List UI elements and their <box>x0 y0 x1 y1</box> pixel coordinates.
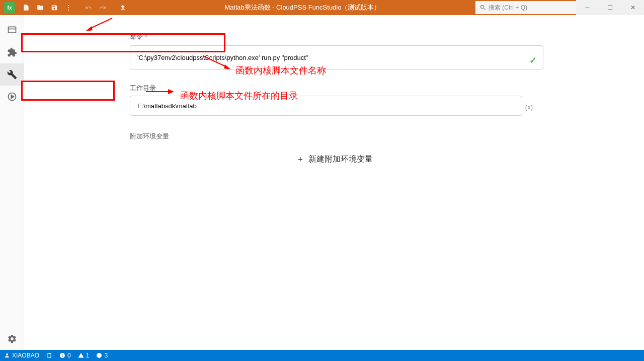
warning-icon <box>78 352 84 358</box>
sidebar-item-overview[interactable] <box>0 19 24 41</box>
workdir-var-suffix[interactable]: (x) <box>525 103 533 111</box>
undo-icon[interactable] <box>82 0 96 15</box>
more-icon[interactable]: ⋮ <box>61 0 75 15</box>
annotation-script-name: 函数内核脚本文件名称 <box>235 64 326 77</box>
add-env-button[interactable]: ＋新建附加环境变量 <box>130 154 543 165</box>
search-icon <box>479 4 487 11</box>
open-folder-icon[interactable] <box>33 0 47 15</box>
maximize-button[interactable]: ☐ <box>599 0 621 15</box>
status-info[interactable]: i 0 <box>59 352 71 359</box>
info-icon: i <box>59 352 65 358</box>
app-logo: fx <box>4 2 15 13</box>
check-icon: ✓ <box>529 55 537 66</box>
save-icon[interactable] <box>47 0 61 15</box>
new-file-icon[interactable] <box>19 0 33 15</box>
minimize-button[interactable]: ─ <box>576 0 599 15</box>
window-buttons: ─ ☐ ✕ <box>576 0 644 15</box>
sidebar-item-run[interactable] <box>0 86 24 108</box>
error-icon <box>96 352 102 358</box>
statusbar: XIAOBAO i 0 1 3 <box>0 350 644 361</box>
upload-icon[interactable] <box>116 0 130 15</box>
status-warn[interactable]: 1 <box>78 352 90 359</box>
user-icon <box>4 352 10 358</box>
svg-line-5 <box>204 56 228 67</box>
status-warn-count: 1 <box>86 352 90 359</box>
workdir-input[interactable] <box>137 102 515 110</box>
svg-marker-4 <box>86 26 93 31</box>
search-placeholder: 搜索 (Ctrl + Q) <box>489 4 527 12</box>
sidebar <box>0 15 24 350</box>
status-error-count: 3 <box>104 352 108 359</box>
env-label: 附加环境变量 <box>130 132 543 141</box>
close-button[interactable]: ✕ <box>621 0 644 15</box>
svg-text:i: i <box>62 354 63 357</box>
command-label-text: 命令 <box>130 32 143 41</box>
search-box[interactable]: 搜索 (Ctrl + Q) <box>475 1 576 14</box>
svg-marker-6 <box>224 64 231 69</box>
svg-point-11 <box>97 353 102 358</box>
svg-rect-0 <box>8 27 16 33</box>
sidebar-item-settings[interactable] <box>0 328 24 350</box>
required-mark: * <box>145 33 147 41</box>
content-area: 配置好的 Matlab 的 Python 环境 命令 * ✓ 函数内核脚本文件名… <box>0 15 644 350</box>
command-label: 命令 * <box>130 32 543 41</box>
arrow-3-icon <box>145 88 175 96</box>
svg-line-3 <box>89 18 112 29</box>
window-title: Matlab乘法函数 - CloudPSS FuncStudio（测试版本） <box>130 3 475 12</box>
highlight-workdir <box>21 81 115 101</box>
plus-icon: ＋ <box>296 155 304 163</box>
main-panel: 配置好的 Matlab 的 Python 环境 命令 * ✓ 函数内核脚本文件名… <box>24 15 644 350</box>
annotation-script-dir: 函数内核脚本文件所在的目录 <box>180 90 298 102</box>
status-battery <box>46 352 52 358</box>
sidebar-item-plugin[interactable] <box>0 41 24 63</box>
sidebar-item-tools[interactable] <box>0 63 24 86</box>
titlebar-left: fx ⋮ <box>0 0 130 15</box>
command-input-wrapper: ✓ <box>130 45 543 69</box>
battery-icon <box>46 352 52 358</box>
status-user-name: XIAOBAO <box>12 352 39 359</box>
redo-icon[interactable] <box>96 0 110 15</box>
add-env-text: 新建附加环境变量 <box>308 155 373 163</box>
status-user[interactable]: XIAOBAO <box>4 352 39 359</box>
arrow-1-icon <box>85 17 115 32</box>
status-info-count: 0 <box>67 352 71 359</box>
titlebar: fx ⋮ Matlab乘法函数 - CloudPSS FuncStudio（测试… <box>0 0 644 15</box>
svg-marker-8 <box>168 89 174 94</box>
arrow-2-icon <box>203 55 233 70</box>
status-error[interactable]: 3 <box>96 352 108 359</box>
command-input[interactable] <box>137 54 536 61</box>
